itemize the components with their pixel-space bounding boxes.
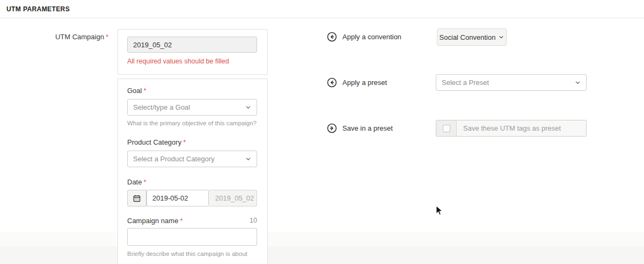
apply-convention-row: Apply a convention	[327, 32, 401, 42]
campaign-name-helper-text: Briefly describe what this campaign is a…	[127, 251, 247, 257]
utm-campaign-input[interactable]	[127, 37, 257, 53]
date-field-group: 2019_05_02	[127, 190, 257, 206]
product-category-select[interactable]: Select a Product Category	[127, 151, 257, 167]
validation-error-text: All required values should be filled	[127, 58, 229, 65]
convention-selected-value: Social Convention	[440, 33, 496, 41]
chevron-down-icon	[575, 80, 581, 85]
campaign-name-input[interactable]	[127, 228, 257, 246]
arrow-right-circle-icon	[327, 123, 337, 133]
date-label: Date*	[127, 178, 147, 186]
character-counter: 10	[250, 217, 257, 224]
header-divider	[0, 18, 644, 18]
goal-helper-text: What is the primary objective of this ca…	[127, 120, 257, 126]
required-asterisk: *	[183, 138, 186, 146]
apply-convention-label: Apply a convention	[342, 33, 401, 41]
arrow-left-circle-icon	[327, 77, 337, 88]
utm-campaign-label: UTM Campaign*	[0, 33, 108, 41]
utm-campaign-card: All required values should be filled	[118, 29, 268, 75]
chevron-down-icon	[245, 156, 251, 162]
save-preset-row: Save in a preset	[327, 123, 393, 133]
preset-select-placeholder: Select a Preset	[442, 79, 575, 87]
preset-select[interactable]: Select a Preset	[436, 74, 587, 91]
required-asterisk: *	[106, 33, 108, 41]
save-preset-group: Save these UTM tags as preset	[436, 120, 587, 137]
campaign-form-card: Goal* Select/type a Goal What is the pri…	[118, 79, 268, 264]
calendar-icon	[133, 194, 141, 203]
date-input[interactable]	[147, 190, 209, 206]
save-preset-checkbox-cell	[436, 120, 457, 136]
goal-select[interactable]: Select/type a Goal	[127, 99, 257, 116]
save-preset-checkbox[interactable]	[443, 125, 450, 132]
page-title: UTM PARAMETERS	[6, 5, 70, 13]
date-formatted-readonly: 2019_05_02	[209, 190, 257, 206]
convention-dropdown-button[interactable]: Social Convention	[437, 28, 507, 46]
goal-label: Goal*	[127, 87, 147, 95]
save-preset-placeholder: Save these UTM tags as preset	[457, 120, 586, 136]
product-category-select-placeholder: Select a Product Category	[133, 155, 245, 163]
save-preset-label: Save in a preset	[342, 124, 393, 132]
goal-select-placeholder: Select/type a Goal	[133, 103, 245, 111]
campaign-name-label: Campaign name*	[127, 217, 182, 225]
chevron-down-icon	[245, 104, 251, 110]
calendar-button[interactable]	[127, 190, 147, 206]
arrow-left-circle-icon	[327, 32, 337, 42]
apply-preset-row: Apply a preset	[327, 77, 387, 88]
required-asterisk: *	[143, 178, 146, 186]
product-category-label: Product Category*	[127, 138, 186, 146]
apply-preset-label: Apply a preset	[342, 79, 387, 87]
required-asterisk: *	[143, 87, 146, 95]
required-asterisk: *	[180, 217, 182, 225]
page-background-band-lower	[0, 246, 644, 264]
utm-parameters-panel: UTM PARAMETERS UTM Campaign* All require…	[0, 0, 644, 264]
chevron-down-icon	[499, 34, 504, 40]
mouse-cursor	[436, 205, 443, 216]
